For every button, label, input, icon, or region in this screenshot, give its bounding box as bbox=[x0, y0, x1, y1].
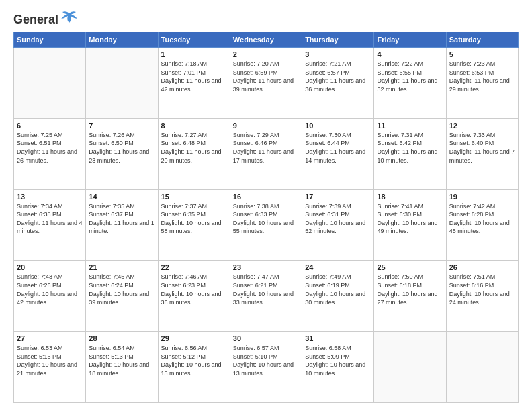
calendar-cell: 23Sunrise: 7:47 AM Sunset: 6:21 PM Dayli… bbox=[230, 261, 302, 332]
page: General SundayMonday bbox=[0, 0, 532, 411]
day-info: Sunrise: 7:31 AM Sunset: 6:42 PM Dayligh… bbox=[377, 131, 443, 165]
day-number: 6 bbox=[17, 122, 83, 130]
day-number: 9 bbox=[233, 122, 299, 130]
day-info: Sunrise: 7:51 AM Sunset: 6:16 PM Dayligh… bbox=[449, 273, 515, 306]
day-info: Sunrise: 7:41 AM Sunset: 6:30 PM Dayligh… bbox=[377, 202, 443, 236]
calendar-cell: 17Sunrise: 7:39 AM Sunset: 6:31 PM Dayli… bbox=[302, 189, 374, 261]
day-info: Sunrise: 7:29 AM Sunset: 6:46 PM Dayligh… bbox=[233, 131, 299, 165]
day-number: 8 bbox=[161, 122, 227, 130]
day-number: 27 bbox=[17, 334, 83, 342]
day-info: Sunrise: 7:18 AM Sunset: 7:01 PM Dayligh… bbox=[161, 60, 227, 93]
logo-bird-icon bbox=[60, 11, 79, 29]
day-number: 23 bbox=[233, 263, 299, 271]
calendar-cell: 20Sunrise: 7:43 AM Sunset: 6:26 PM Dayli… bbox=[14, 261, 86, 332]
calendar-header-thursday: Thursday bbox=[302, 32, 374, 48]
day-number: 13 bbox=[17, 193, 83, 201]
calendar-header-monday: Monday bbox=[86, 32, 158, 48]
day-info: Sunrise: 7:26 AM Sunset: 6:50 PM Dayligh… bbox=[89, 131, 154, 165]
day-info: Sunrise: 6:54 AM Sunset: 5:13 PM Dayligh… bbox=[89, 344, 154, 377]
calendar-cell bbox=[14, 48, 86, 119]
calendar-table: SundayMondayTuesdayWednesdayThursdayFrid… bbox=[13, 32, 519, 403]
calendar-header-row: SundayMondayTuesdayWednesdayThursdayFrid… bbox=[14, 32, 519, 48]
day-info: Sunrise: 7:27 AM Sunset: 6:48 PM Dayligh… bbox=[161, 131, 227, 165]
calendar-week-3: 13Sunrise: 7:34 AM Sunset: 6:38 PM Dayli… bbox=[14, 189, 519, 261]
calendar-week-5: 27Sunrise: 6:53 AM Sunset: 5:15 PM Dayli… bbox=[14, 332, 519, 403]
calendar-cell: 10Sunrise: 7:30 AM Sunset: 6:44 PM Dayli… bbox=[302, 118, 374, 189]
calendar-cell: 2Sunrise: 7:20 AM Sunset: 6:59 PM Daylig… bbox=[230, 48, 302, 119]
day-number: 3 bbox=[305, 50, 371, 58]
calendar-header-saturday: Saturday bbox=[446, 32, 518, 48]
day-number: 5 bbox=[449, 50, 515, 58]
day-info: Sunrise: 7:42 AM Sunset: 6:28 PM Dayligh… bbox=[449, 202, 515, 236]
day-info: Sunrise: 7:35 AM Sunset: 6:37 PM Dayligh… bbox=[89, 202, 154, 236]
day-number: 24 bbox=[305, 263, 371, 271]
calendar-cell: 24Sunrise: 7:49 AM Sunset: 6:19 PM Dayli… bbox=[302, 261, 374, 332]
calendar-cell: 27Sunrise: 6:53 AM Sunset: 5:15 PM Dayli… bbox=[14, 332, 86, 403]
calendar-header-sunday: Sunday bbox=[14, 32, 86, 48]
day-info: Sunrise: 7:45 AM Sunset: 6:24 PM Dayligh… bbox=[89, 273, 154, 306]
header: General bbox=[13, 11, 519, 26]
calendar-cell: 1Sunrise: 7:18 AM Sunset: 7:01 PM Daylig… bbox=[158, 48, 230, 119]
calendar-cell: 11Sunrise: 7:31 AM Sunset: 6:42 PM Dayli… bbox=[374, 118, 446, 189]
calendar-cell: 14Sunrise: 7:35 AM Sunset: 6:37 PM Dayli… bbox=[86, 189, 158, 261]
day-number: 19 bbox=[449, 193, 515, 201]
calendar-cell: 30Sunrise: 6:57 AM Sunset: 5:10 PM Dayli… bbox=[230, 332, 302, 403]
calendar-cell: 28Sunrise: 6:54 AM Sunset: 5:13 PM Dayli… bbox=[86, 332, 158, 403]
calendar-cell: 12Sunrise: 7:33 AM Sunset: 6:40 PM Dayli… bbox=[446, 118, 518, 189]
day-number: 29 bbox=[161, 334, 227, 342]
calendar-week-2: 6Sunrise: 7:25 AM Sunset: 6:51 PM Daylig… bbox=[14, 118, 519, 189]
day-number: 31 bbox=[305, 334, 371, 342]
day-number: 4 bbox=[377, 50, 443, 58]
calendar-cell: 6Sunrise: 7:25 AM Sunset: 6:51 PM Daylig… bbox=[14, 118, 86, 189]
calendar-cell: 29Sunrise: 6:56 AM Sunset: 5:12 PM Dayli… bbox=[158, 332, 230, 403]
calendar-cell: 4Sunrise: 7:22 AM Sunset: 6:55 PM Daylig… bbox=[374, 48, 446, 119]
calendar-cell: 9Sunrise: 7:29 AM Sunset: 6:46 PM Daylig… bbox=[230, 118, 302, 189]
day-number: 14 bbox=[89, 193, 154, 201]
day-info: Sunrise: 6:53 AM Sunset: 5:15 PM Dayligh… bbox=[17, 344, 83, 377]
day-number: 2 bbox=[233, 50, 299, 58]
calendar-cell: 16Sunrise: 7:38 AM Sunset: 6:33 PM Dayli… bbox=[230, 189, 302, 261]
day-number: 1 bbox=[161, 50, 227, 58]
day-info: Sunrise: 7:20 AM Sunset: 6:59 PM Dayligh… bbox=[233, 60, 299, 93]
calendar-cell bbox=[446, 332, 518, 403]
day-number: 18 bbox=[377, 193, 443, 201]
day-number: 25 bbox=[377, 263, 443, 271]
day-info: Sunrise: 7:49 AM Sunset: 6:19 PM Dayligh… bbox=[305, 273, 371, 306]
day-info: Sunrise: 7:30 AM Sunset: 6:44 PM Dayligh… bbox=[305, 131, 371, 165]
calendar-header-wednesday: Wednesday bbox=[230, 32, 302, 48]
calendar-cell: 25Sunrise: 7:50 AM Sunset: 6:18 PM Dayli… bbox=[374, 261, 446, 332]
calendar-cell: 7Sunrise: 7:26 AM Sunset: 6:50 PM Daylig… bbox=[86, 118, 158, 189]
day-number: 28 bbox=[89, 334, 154, 342]
day-info: Sunrise: 7:22 AM Sunset: 6:55 PM Dayligh… bbox=[377, 60, 443, 93]
logo: General bbox=[13, 11, 79, 26]
day-info: Sunrise: 7:21 AM Sunset: 6:57 PM Dayligh… bbox=[305, 60, 371, 93]
day-info: Sunrise: 7:47 AM Sunset: 6:21 PM Dayligh… bbox=[233, 273, 299, 306]
day-number: 21 bbox=[89, 263, 154, 271]
day-number: 7 bbox=[89, 122, 154, 130]
day-number: 20 bbox=[17, 263, 83, 271]
day-info: Sunrise: 7:34 AM Sunset: 6:38 PM Dayligh… bbox=[17, 202, 83, 236]
calendar-header-friday: Friday bbox=[374, 32, 446, 48]
day-info: Sunrise: 6:56 AM Sunset: 5:12 PM Dayligh… bbox=[161, 344, 227, 377]
calendar-cell: 19Sunrise: 7:42 AM Sunset: 6:28 PM Dayli… bbox=[446, 189, 518, 261]
day-info: Sunrise: 7:39 AM Sunset: 6:31 PM Dayligh… bbox=[305, 202, 371, 236]
calendar-cell: 21Sunrise: 7:45 AM Sunset: 6:24 PM Dayli… bbox=[86, 261, 158, 332]
calendar-cell: 26Sunrise: 7:51 AM Sunset: 6:16 PM Dayli… bbox=[446, 261, 518, 332]
day-number: 26 bbox=[449, 263, 515, 271]
day-info: Sunrise: 7:37 AM Sunset: 6:35 PM Dayligh… bbox=[161, 202, 227, 236]
logo-general: General bbox=[13, 13, 58, 27]
day-number: 15 bbox=[161, 193, 227, 201]
day-number: 12 bbox=[449, 122, 515, 130]
day-number: 11 bbox=[377, 122, 443, 130]
day-info: Sunrise: 7:43 AM Sunset: 6:26 PM Dayligh… bbox=[17, 273, 83, 306]
calendar-cell: 13Sunrise: 7:34 AM Sunset: 6:38 PM Dayli… bbox=[14, 189, 86, 261]
day-info: Sunrise: 7:25 AM Sunset: 6:51 PM Dayligh… bbox=[17, 131, 83, 165]
calendar-cell: 22Sunrise: 7:46 AM Sunset: 6:23 PM Dayli… bbox=[158, 261, 230, 332]
calendar-cell: 5Sunrise: 7:23 AM Sunset: 6:53 PM Daylig… bbox=[446, 48, 518, 119]
calendar-week-1: 1Sunrise: 7:18 AM Sunset: 7:01 PM Daylig… bbox=[14, 48, 519, 119]
calendar-cell: 31Sunrise: 6:58 AM Sunset: 5:09 PM Dayli… bbox=[302, 332, 374, 403]
day-number: 22 bbox=[161, 263, 227, 271]
calendar-cell: 8Sunrise: 7:27 AM Sunset: 6:48 PM Daylig… bbox=[158, 118, 230, 189]
day-number: 17 bbox=[305, 193, 371, 201]
day-number: 10 bbox=[305, 122, 371, 130]
